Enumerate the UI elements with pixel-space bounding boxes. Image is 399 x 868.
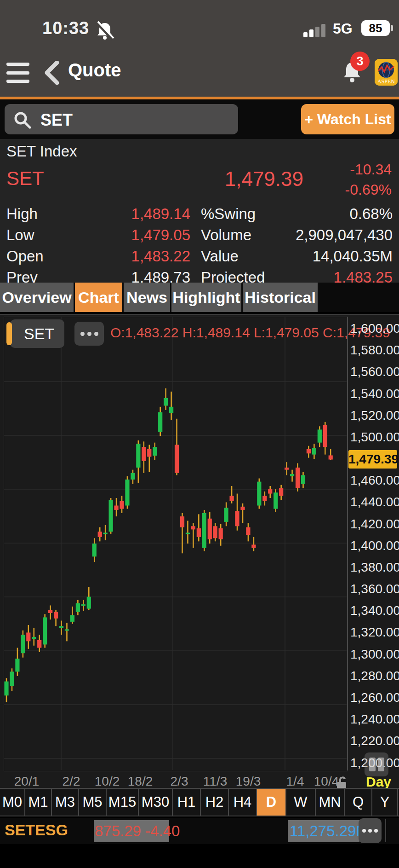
timeframe-m5[interactable]: M5	[79, 789, 107, 816]
field-label: Open	[6, 246, 44, 266]
time-axis-label: 2/2	[63, 774, 80, 789]
ohlc-readout: O:1,483.22 H:1,489.14 L:1,479.05 C:1,479…	[110, 325, 390, 341]
price-axis-label: 1,500.00	[350, 430, 396, 445]
field-value: 1,483.22	[131, 246, 190, 266]
ticker-price-change: 875.29 -4.40	[94, 820, 169, 842]
notification-badge: 3	[350, 52, 370, 71]
time-axis-label: 11/3	[203, 774, 227, 789]
axis-separator	[347, 317, 348, 770]
page-title: Quote	[68, 60, 121, 81]
back-icon[interactable]	[42, 61, 61, 85]
field-value: 14,040.35M	[313, 246, 393, 266]
timeframe-m15[interactable]: M15	[107, 789, 139, 816]
timeframe-h4[interactable]: H4	[229, 789, 257, 816]
price-axis-label: 1,320.00	[350, 625, 396, 640]
price-axis-label: 1,460.00	[350, 473, 396, 488]
battery-icon: 85	[361, 20, 390, 36]
network-type-label: 5G	[333, 20, 353, 37]
quote-field-row: Open1,483.22	[6, 246, 190, 266]
chart-area[interactable]: SET O:1,483.22 H:1,489.14 L:1,479.05 C:1…	[0, 314, 399, 789]
symbol-accent-bar	[6, 322, 12, 345]
price-axis-label: 1,280.00	[350, 669, 396, 683]
timeframe-m3[interactable]: M3	[52, 789, 79, 816]
timeframe-y[interactable]: Y	[372, 789, 398, 816]
time-axis-label: 2/3	[171, 774, 188, 789]
expand-chart-button[interactable]	[365, 752, 388, 776]
price-axis-label: 1,600.00	[350, 321, 396, 336]
timeframe-m30[interactable]: M30	[139, 789, 173, 816]
add-watch-list-button[interactable]: + Watch List	[301, 104, 394, 134]
field-label: Low	[6, 225, 34, 245]
timeframe-m1[interactable]: M1	[25, 789, 52, 816]
timeframe-mn[interactable]: MN	[316, 789, 345, 816]
instrument-name: SET Index	[6, 143, 77, 160]
tab-news[interactable]: News	[124, 283, 170, 312]
field-label: Volume	[201, 225, 251, 245]
price-axis-label: 1,380.00	[350, 560, 396, 575]
price-change: -10.34	[276, 161, 392, 178]
field-label: Value	[201, 246, 239, 266]
quote-field-row: %Swing0.68%	[201, 203, 393, 224]
tab-overview[interactable]: Overview	[0, 283, 74, 312]
time-axis-label: 19/3	[236, 774, 261, 789]
quote-field-row: High1,489.14	[6, 203, 190, 224]
chart-symbol-chip[interactable]: SET	[10, 319, 64, 348]
muted-bell-icon	[94, 20, 115, 41]
field-value: 1,489.14	[131, 203, 190, 224]
tab-bar: OverviewChartNewsHighlightHistorical	[0, 283, 399, 312]
price-axis-label: 1,440.00	[350, 495, 396, 509]
chart-symbol-label: SET	[24, 325, 54, 342]
menu-icon[interactable]	[6, 63, 29, 83]
top-bar: 10:33 5G 85 Quote 3 ASPEN	[0, 0, 399, 97]
price-axis-label: 1,300.00	[350, 647, 396, 662]
price-axis-label: 1,340.00	[350, 603, 396, 618]
price-axis-label: 1,540.00	[350, 387, 396, 401]
ticker-more-button[interactable]	[359, 818, 382, 843]
search-query: SET	[40, 110, 73, 130]
chart-options-button[interactable]	[74, 322, 104, 346]
svg-text:ASPEN: ASPEN	[377, 78, 395, 85]
price-axis-label: 1,400.00	[350, 538, 396, 553]
tab-chart[interactable]: Chart	[75, 283, 122, 312]
search-row: SET + Watch List	[0, 99, 399, 139]
plot-border	[4, 317, 348, 771]
signal-bars-icon	[303, 24, 329, 38]
timeframe-w[interactable]: W	[286, 789, 316, 816]
timeframe-q[interactable]: Q	[345, 789, 372, 816]
timeframe-d[interactable]: D	[257, 789, 286, 816]
field-label: High	[6, 203, 38, 224]
timeframe-m0[interactable]: M0	[0, 789, 25, 816]
price-axis-label: 1,360.00	[350, 582, 396, 596]
search-input[interactable]: SET	[5, 104, 238, 134]
time-axis-label: 18/2	[128, 774, 153, 789]
tab-historical[interactable]: Historical	[243, 283, 318, 312]
time-axis-label: 1/4	[286, 774, 304, 789]
price-axis-label: 1,260.00	[350, 690, 396, 705]
ticker-symbol[interactable]: SETESG	[5, 821, 68, 839]
price-axis-label: 1,580.00	[350, 343, 396, 358]
search-icon	[13, 110, 32, 130]
interval-label[interactable]: Day	[366, 774, 391, 790]
price-axis-label: 1,240.00	[350, 712, 396, 727]
field-value: 0.68%	[349, 203, 393, 224]
price-axis-label: 1,420.00	[350, 517, 396, 532]
quote-field-row: Volume2,909,047,430	[201, 225, 393, 245]
field-label: %Swing	[201, 203, 256, 224]
instrument-symbol: SET	[6, 168, 44, 190]
timeframe-h1[interactable]: H1	[173, 789, 201, 816]
tab-highlight[interactable]: Highlight	[171, 283, 241, 312]
aspen-logo[interactable]: ASPEN	[375, 59, 398, 86]
timeframe-bar: M0M1M3M5M15M30H1H2H4DWMNQY	[0, 788, 399, 816]
ticker-divider	[385, 819, 386, 842]
battery-tip	[391, 25, 393, 31]
chart-legend-row: SET	[10, 318, 104, 349]
price-axis-label: 1,520.00	[350, 408, 396, 423]
quote-section: SET Index SET 1,479.39 -10.34 -0.69% Hig…	[0, 139, 399, 283]
time-axis-label: 20/1	[14, 774, 40, 789]
timeframe-h2[interactable]: H2	[201, 789, 229, 816]
time-axis-label: 10/2	[95, 774, 120, 789]
field-value: 1,479.05	[131, 225, 190, 245]
price-axis-label: 1,220.00	[350, 734, 396, 748]
status-time: 10:33	[42, 18, 89, 38]
bottom-ticker: SETESG 875.29 -4.40 11,275.29M	[0, 818, 399, 844]
